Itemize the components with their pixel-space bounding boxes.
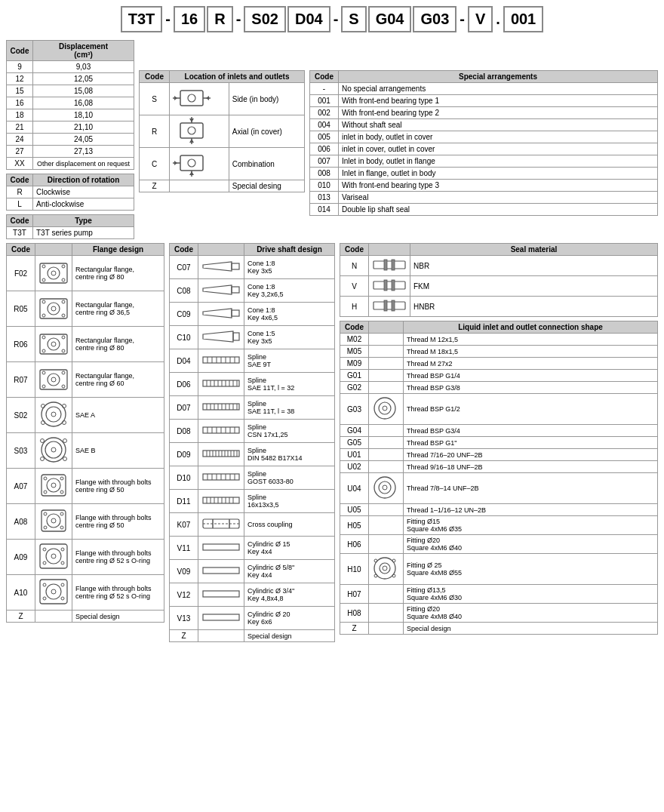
table-row: M02 Thread M 12x1,5 xyxy=(340,334,658,346)
svg-point-61 xyxy=(47,478,60,492)
svg-rect-152 xyxy=(203,497,239,503)
svg-rect-104 xyxy=(203,380,239,386)
svg-marker-4 xyxy=(206,96,209,100)
flange-code: R05 xyxy=(7,291,35,327)
svg-rect-168 xyxy=(203,614,239,620)
shaft-col-desc: Drive shaft design xyxy=(244,244,335,256)
table-row: R06 Rectangul xyxy=(7,327,164,362)
liquid-code: G02 xyxy=(340,382,369,394)
type-val: T3T series pump xyxy=(33,227,134,239)
displacement-col-value: Displacement(cm³) xyxy=(33,41,134,61)
liquid-code: U02 xyxy=(340,461,369,473)
k07-shaft-icon xyxy=(201,515,241,533)
shaft-icon-cell xyxy=(198,279,244,303)
seal-icon-cell xyxy=(369,297,410,317)
inlet-icon xyxy=(170,148,229,180)
liquid-col-desc: Liquid inlet and outlet connection shape xyxy=(404,321,658,334)
dash-1: - xyxy=(164,11,172,28)
svg-point-23 xyxy=(42,278,45,281)
svg-rect-18 xyxy=(40,263,67,283)
svg-point-80 xyxy=(61,561,64,564)
inlet-code: C xyxy=(140,148,170,180)
sp-val: Without shaft seal xyxy=(339,119,658,131)
disp-code: 27 xyxy=(7,146,33,158)
flange-icon-cell xyxy=(35,291,72,327)
liquid-label: Fitting Ø15Square 4xM6 Ø35 xyxy=(404,516,658,535)
svg-rect-25 xyxy=(40,299,67,318)
svg-rect-93 xyxy=(232,310,239,316)
shaft-code: D04 xyxy=(170,349,198,373)
svg-point-34 xyxy=(51,342,56,346)
liquid-col-code: Code xyxy=(340,321,369,334)
table-row: C07 Cone 1:8Key 3x5 xyxy=(170,256,335,279)
shaft-code: D09 xyxy=(170,443,198,466)
liquid-code: G03 xyxy=(340,394,369,425)
svg-rect-173 xyxy=(384,280,387,291)
table-row: 008Inlet in flange, outlet in body xyxy=(310,168,658,180)
svg-point-71 xyxy=(60,512,63,515)
d11-shaft-icon xyxy=(201,491,241,509)
liquid-code: G04 xyxy=(340,425,369,437)
liquid-icon-cell xyxy=(369,334,404,346)
sp-code: 004 xyxy=(310,119,339,131)
svg-point-33 xyxy=(48,338,60,350)
liquid-code: G01 xyxy=(340,370,369,382)
svg-marker-10 xyxy=(189,139,194,143)
liquid-icon-cell xyxy=(369,623,404,635)
shaft-icon-cell xyxy=(198,349,244,373)
table-row: A07 Flange wi xyxy=(7,469,164,504)
flange-col-icon xyxy=(35,244,72,256)
flange-icon-cell xyxy=(35,540,72,575)
svg-rect-114 xyxy=(203,404,239,410)
liquid-code: H08 xyxy=(340,604,369,623)
d07-shaft-icon xyxy=(201,398,241,416)
inlet-label: Side (in body) xyxy=(229,83,304,115)
c07-shaft-icon xyxy=(201,257,241,275)
table-row: H07 Fitting Ø13,5Square 4xM6 Ø30 xyxy=(340,585,658,604)
seal-icon-cell xyxy=(369,256,410,276)
drive-shaft-table: Code Drive shaft design C07 xyxy=(169,243,335,642)
liquid-label: Thread M 12x1,5 xyxy=(404,334,658,346)
disp-code: 18 xyxy=(7,109,33,121)
table-row: R05 Rectangul xyxy=(7,291,164,327)
svg-point-76 xyxy=(51,554,56,558)
sp-code: 014 xyxy=(310,204,339,216)
svg-point-19 xyxy=(48,267,60,279)
disp-code: 24 xyxy=(7,134,33,146)
table-row: Z Special design xyxy=(340,623,658,635)
shaft-code: C07 xyxy=(170,256,198,279)
table-row: 014Double lip shaft seal xyxy=(310,204,658,216)
svg-point-180 xyxy=(383,406,387,411)
seal-col-desc: Seal material xyxy=(410,244,658,256)
svg-point-17 xyxy=(188,159,195,167)
table-row: 005inlet in body, outlet in cover xyxy=(310,131,658,143)
liquid-label: Special design xyxy=(404,623,658,635)
combo-pump-icon xyxy=(173,149,211,177)
svg-point-58 xyxy=(41,457,45,461)
liquid-label: Fitting Ø13,5Square 4xM6 Ø30 xyxy=(404,585,658,604)
table-row: 002With front-end bearing type 2 xyxy=(310,107,658,119)
table-row: V13 Cylindric Ø 20Key 6x6 xyxy=(170,607,335,630)
table-row: D11 xyxy=(170,490,335,513)
svg-point-30 xyxy=(42,314,45,317)
table-row: LAnti-clockwise xyxy=(7,198,134,211)
inlets-table: Code Location of inlets and outlets S xyxy=(139,70,305,192)
flange-label: Rectangular flange,centre ring Ø 80 xyxy=(72,256,164,291)
sp-val: inlet in body, outlet in cover xyxy=(339,131,658,143)
svg-point-47 xyxy=(46,407,61,422)
inlet-icon xyxy=(170,115,229,148)
shaft-icon-cell xyxy=(198,490,244,513)
table-row: C10 Cone 1:5Key 3x5 xyxy=(170,326,335,349)
shaft-code: C08 xyxy=(170,279,198,303)
table-row: 006inlet in cover, outlet in cover xyxy=(310,143,658,155)
disp-val: 18,10 xyxy=(33,109,134,121)
shaft-label: SplineDIN 5482 B17X14 xyxy=(244,443,335,466)
code-16: 16 xyxy=(174,6,205,32)
code-g04: G04 xyxy=(368,6,412,32)
top-left-col: Code Displacement(cm³) 99,03 1212,05 151… xyxy=(6,40,134,239)
table-row: H05 Fitting Ø15Square 4xM6 Ø35 xyxy=(340,516,658,535)
shaft-icon-cell xyxy=(198,607,244,630)
svg-point-5 xyxy=(188,94,195,102)
nbr-seal-icon xyxy=(372,257,407,272)
svg-point-56 xyxy=(41,439,45,443)
